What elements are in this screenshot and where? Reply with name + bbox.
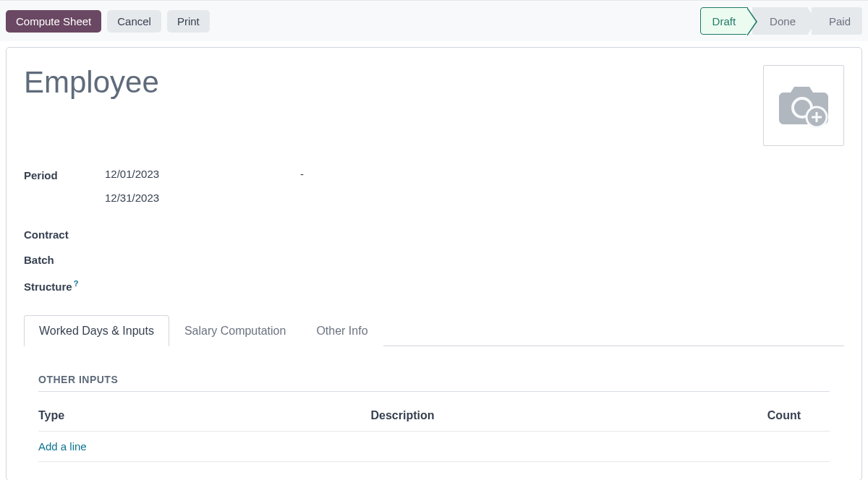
page-title: Employee — [24, 65, 159, 100]
field-contract: Contract — [24, 227, 844, 241]
compute-sheet-button[interactable]: Compute Sheet — [6, 10, 101, 33]
sheet-header: Employee — [24, 65, 844, 146]
status-step-draft[interactable]: Draft — [700, 7, 749, 35]
col-description[interactable]: Description — [370, 400, 734, 432]
other-inputs-table: Type Description Count Add a line — [38, 400, 830, 462]
period-dates: 12/01/2023 12/31/2023 — [105, 168, 300, 215]
period-from[interactable]: 12/01/2023 — [105, 168, 300, 180]
contract-label: Contract — [24, 227, 105, 241]
period-to[interactable]: 12/31/2023 — [105, 192, 300, 204]
camera-add-icon — [775, 82, 833, 129]
toolbar-left: Compute Sheet Cancel Print — [6, 10, 210, 33]
help-icon[interactable]: ? — [74, 279, 79, 288]
print-button[interactable]: Print — [167, 10, 210, 33]
batch-label: Batch — [24, 252, 105, 266]
col-count[interactable]: Count — [735, 400, 830, 432]
period-separator: - — [300, 168, 304, 180]
field-structure: Structure? — [24, 278, 844, 293]
status-step-done[interactable]: Done — [752, 7, 807, 35]
status-step-paid[interactable]: Paid — [812, 7, 862, 35]
tab-worked-days[interactable]: Worked Days & Inputs — [24, 315, 169, 346]
employee-image-upload[interactable] — [763, 65, 844, 146]
table-header-row: Type Description Count — [38, 400, 830, 432]
structure-label-text: Structure — [24, 280, 72, 293]
tab-content-worked-days: OTHER INPUTS Type Description Count Add … — [24, 346, 844, 476]
form-sheet: Employee Period 12/01/2023 12/31/2023 - … — [6, 47, 862, 480]
col-type[interactable]: Type — [38, 400, 370, 432]
status-bar: Draft Done Paid — [700, 7, 862, 35]
tab-salary-computation[interactable]: Salary Computation — [169, 315, 302, 346]
other-inputs-section-title: OTHER INPUTS — [38, 374, 830, 392]
cancel-button[interactable]: Cancel — [107, 10, 161, 33]
action-toolbar: Compute Sheet Cancel Print Draft Done Pa… — [0, 0, 868, 41]
field-period: Period 12/01/2023 12/31/2023 - — [24, 168, 844, 215]
period-value: 12/01/2023 12/31/2023 - — [105, 168, 844, 215]
tab-bar: Worked Days & Inputs Salary Computation … — [24, 314, 844, 346]
tab-other-info[interactable]: Other Info — [301, 315, 383, 346]
period-label: Period — [24, 168, 105, 181]
add-a-line-link[interactable]: Add a line — [38, 440, 87, 453]
field-batch: Batch — [24, 252, 844, 266]
table-row-add: Add a line — [38, 432, 830, 462]
structure-label: Structure? — [24, 278, 105, 293]
